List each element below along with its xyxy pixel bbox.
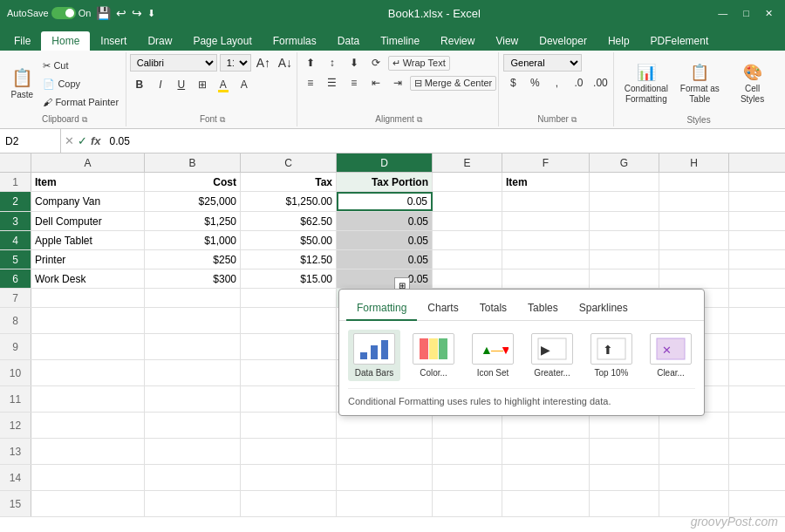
cell-d6[interactable]: 0.05 [337,269,433,288]
clear-item[interactable]: ✕ Clear... [645,330,697,381]
cell-g3[interactable] [590,212,659,230]
cell-b5[interactable]: $250 [145,250,241,269]
cell-g6[interactable] [590,269,659,288]
cell-a3[interactable]: Dell Computer [31,212,145,230]
wrap-text-button[interactable]: ↵ Wrap Text [388,56,450,71]
cell-b4[interactable]: $1,000 [145,231,241,249]
cell-a2[interactable]: Company Van [31,192,145,211]
cell-c6[interactable]: $15.00 [241,269,337,288]
align-left-btn[interactable]: ≡ [301,74,320,92]
cell-c8[interactable] [241,308,337,333]
cell-a11[interactable] [31,386,145,412]
cell-g12[interactable] [590,413,659,438]
cell-b3[interactable]: $1,250 [145,212,241,230]
cell-f6[interactable] [502,269,590,288]
cell-h15[interactable] [659,491,729,516]
cell-d1[interactable]: Tax Portion [337,173,433,191]
cell-h2[interactable] [659,192,729,211]
cell-h14[interactable] [659,465,729,490]
cell-e2[interactable] [433,192,502,211]
cell-c15[interactable] [241,491,337,516]
cell-h3[interactable] [659,212,729,230]
col-header-h[interactable]: H [659,153,729,172]
font-name-select[interactable]: Calibri [130,54,217,72]
cell-f12[interactable] [502,413,590,438]
percent-btn[interactable]: % [525,74,544,92]
close-btn[interactable]: ✕ [760,8,778,19]
cell-c10[interactable] [241,360,337,385]
cell-d4[interactable]: 0.05 [337,231,433,249]
cell-a15[interactable] [31,491,145,516]
format-as-table-button[interactable]: 📋 Format as Table [675,60,726,107]
font-size-select[interactable]: 11 [220,54,251,72]
tab-file[interactable]: File [3,31,41,51]
col-header-c[interactable]: C [241,153,337,172]
col-header-e[interactable]: E [433,153,502,172]
data-bars-item[interactable]: Data Bars [348,330,400,381]
increase-indent-btn[interactable]: ⇥ [388,74,407,92]
tab-formulas[interactable]: Formulas [263,31,327,51]
cell-c13[interactable] [241,439,337,464]
cell-a10[interactable] [31,360,145,385]
cell-e13[interactable] [433,439,502,464]
icon-set-item[interactable]: ▲ — ▼ Icon Set [467,330,519,381]
popup-tab-formatting[interactable]: Formatting [346,297,417,321]
cell-b8[interactable] [145,308,241,333]
comma-btn[interactable]: , [547,74,566,92]
cell-c2[interactable]: $1,250.00 [241,192,337,211]
decrease-indent-btn[interactable]: ⇤ [366,74,386,92]
paste-button[interactable]: 📋 Paste [6,61,38,106]
cell-c12[interactable] [241,413,337,438]
cell-a14[interactable] [31,465,145,490]
cell-e3[interactable] [433,212,502,230]
align-bottom-btn[interactable]: ⬇ [345,54,364,72]
cell-g5[interactable] [590,250,659,269]
cell-e14[interactable] [433,465,502,490]
text-direction-btn[interactable]: ⟳ [366,54,386,72]
cut-button[interactable]: ✂Cut [39,58,122,73]
cell-styles-button[interactable]: 🎨 Cell Styles [728,60,776,107]
tab-pdfelement[interactable]: PDFelement [640,31,720,51]
cell-h1[interactable] [659,173,729,191]
cell-g15[interactable] [590,491,659,516]
cell-f5[interactable] [502,250,590,269]
copy-button[interactable]: 📄Copy [39,77,122,92]
cell-d12[interactable] [337,413,433,438]
merge-center-button[interactable]: ⊟ Merge & Center [410,76,497,91]
cell-e4[interactable] [433,231,502,249]
cell-a5[interactable]: Printer [31,250,145,269]
cell-b6[interactable]: $300 [145,269,241,288]
save-icon[interactable]: 💾 [96,6,111,20]
cell-b10[interactable] [145,360,241,385]
tab-timeline[interactable]: Timeline [370,31,430,51]
maximize-btn[interactable]: □ [738,8,754,19]
increase-decimal-btn[interactable]: .0 [569,74,588,92]
popup-tab-charts[interactable]: Charts [417,297,468,321]
formula-input[interactable] [105,129,785,153]
cell-c14[interactable] [241,465,337,490]
cell-b11[interactable] [145,386,241,412]
popup-tab-tables[interactable]: Tables [517,297,569,321]
tab-insert[interactable]: Insert [90,31,137,51]
customize-icon[interactable]: ⬇ [147,8,155,19]
col-header-a[interactable]: A [31,153,145,172]
border-button[interactable]: ⊞ [193,76,212,93]
align-center-btn[interactable]: ☰ [323,74,342,92]
tab-draw[interactable]: Draw [137,31,182,51]
tab-page-layout[interactable]: Page Layout [182,31,262,51]
cell-f15[interactable] [502,491,590,516]
cell-a4[interactable]: Apple Tablet [31,231,145,249]
cell-c11[interactable] [241,386,337,412]
cell-f1[interactable]: Item [502,173,590,191]
cell-h13[interactable] [659,439,729,464]
cell-h4[interactable] [659,231,729,249]
cell-b9[interactable] [145,334,241,359]
col-header-f[interactable]: F [502,153,590,172]
cell-a9[interactable] [31,334,145,359]
cell-a7[interactable] [31,289,145,307]
top-10-item[interactable]: ⬆ Top 10% [585,330,638,381]
cell-a6[interactable]: Work Desk [31,269,145,288]
tab-view[interactable]: View [485,31,529,51]
tab-review[interactable]: Review [430,31,485,51]
redo-icon[interactable]: ↪ [132,6,142,20]
